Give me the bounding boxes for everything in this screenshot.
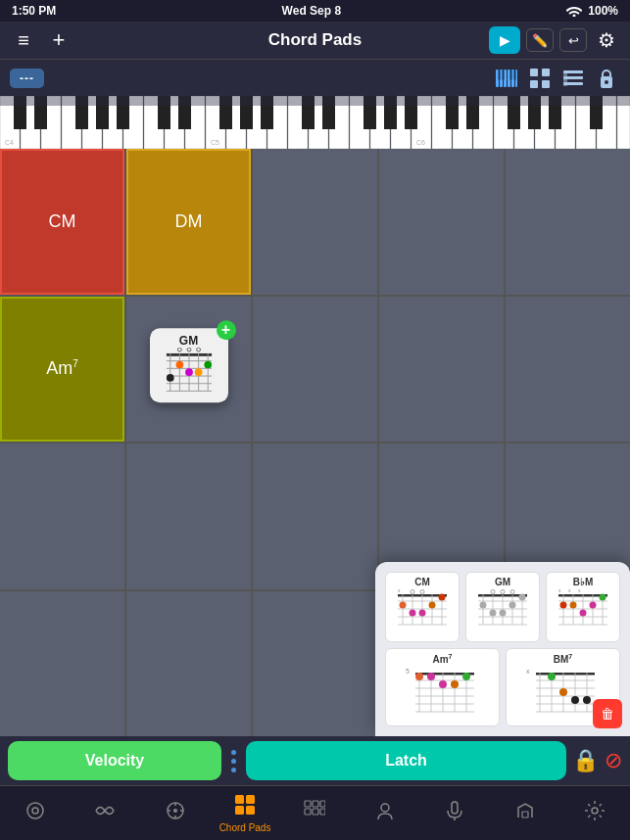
svg-point-128	[500, 609, 507, 616]
svg-point-88	[187, 348, 191, 351]
lock-button[interactable]: 🔒	[572, 748, 599, 773]
undo-button[interactable]: ↩	[559, 28, 587, 52]
nav-item-6[interactable]	[420, 800, 490, 826]
lock-toolbar-button[interactable]	[593, 65, 620, 92]
drag-handle[interactable]	[227, 750, 240, 772]
svg-point-164	[451, 680, 459, 688]
svg-point-127	[490, 609, 497, 616]
svg-point-200	[381, 804, 389, 812]
velocity-button[interactable]: Velocity	[8, 741, 221, 780]
svg-rect-195	[313, 801, 318, 807]
svg-rect-7	[503, 70, 505, 80]
edit-button[interactable]: ✏️	[526, 28, 554, 52]
nav-icon-0	[24, 800, 46, 826]
pad-am7[interactable]: Am7	[0, 297, 124, 443]
bottom-controls: Velocity Latch 🔒 ⊘	[0, 736, 630, 785]
pad-2-2[interactable]	[253, 443, 377, 589]
pad-dm[interactable]: DM	[126, 149, 251, 295]
pad-0-4[interactable]	[506, 149, 630, 295]
pad-2-0[interactable]	[0, 443, 124, 589]
svg-point-89	[196, 348, 200, 351]
nav-item-4[interactable]	[280, 800, 350, 826]
piano-svg: C4 C5 C6	[0, 96, 630, 149]
list-view-button[interactable]	[559, 65, 587, 92]
nav-item-2[interactable]	[140, 800, 210, 826]
latch-button[interactable]: Latch	[246, 741, 566, 780]
nav-icon-2	[165, 800, 186, 826]
add-chord-button[interactable]: +	[217, 320, 236, 340]
svg-text:x: x	[568, 589, 571, 593]
piano-keys[interactable]: C4 C5 C6	[0, 96, 630, 149]
overlay-am7-diagram: 5	[404, 667, 482, 718]
pad-3-0[interactable]	[0, 591, 124, 737]
pad-cm[interactable]: CM	[0, 149, 124, 295]
title-bar: ≡ + Chord Pads ▶ ✏️ ↩ ⚙	[0, 22, 630, 59]
svg-text:5: 5	[406, 668, 410, 675]
piano-view-button[interactable]	[493, 65, 520, 92]
toolbar: ---	[0, 59, 630, 96]
page-title: Chord Pads	[268, 30, 362, 50]
overlay-bbm-label: B♭M	[551, 577, 615, 587]
nav-item-settings[interactable]	[560, 800, 630, 826]
nav-bar: Chord Pads	[0, 785, 630, 840]
pad-3-2[interactable]	[253, 591, 377, 737]
pad-1-1-chord-card[interactable]: + GM	[126, 297, 251, 443]
svg-point-147	[590, 601, 597, 608]
svg-point-106	[411, 589, 414, 593]
svg-rect-75	[0, 96, 630, 106]
nav-item-5[interactable]	[350, 800, 419, 826]
nav-item-7[interactable]	[490, 800, 559, 826]
svg-point-123	[491, 589, 495, 593]
overlay-chord-gm[interactable]: GM	[465, 572, 540, 642]
chord-overlay-row1: CM x	[385, 572, 620, 642]
svg-point-181	[583, 696, 591, 704]
status-time: 1:50 PM	[12, 4, 56, 18]
pad-1-2[interactable]	[253, 297, 377, 443]
pad-0-2[interactable]	[253, 149, 377, 295]
svg-point-183	[32, 808, 38, 814]
dash-button[interactable]: ---	[10, 69, 44, 88]
svg-point-126	[480, 601, 487, 608]
settings-button[interactable]: ⚙	[593, 26, 620, 54]
mute-button[interactable]: ⊘	[605, 748, 622, 773]
svg-rect-201	[452, 802, 458, 814]
nav-item-0[interactable]	[0, 800, 70, 826]
add-button[interactable]: +	[45, 26, 73, 54]
delete-overlay-button[interactable]: 🗑	[593, 699, 622, 728]
overlay-chord-am7[interactable]: Am7 5	[385, 648, 500, 726]
pad-1-4[interactable]	[506, 297, 630, 443]
overlay-bm7-label: BM7	[510, 653, 615, 665]
nav-item-chord-pads[interactable]: Chord Pads	[210, 794, 279, 833]
nav-icon-1	[94, 800, 116, 826]
svg-point-182	[27, 803, 43, 818]
svg-point-130	[519, 593, 526, 600]
svg-text:x: x	[558, 589, 561, 593]
wifi-icon	[566, 5, 582, 17]
svg-rect-9	[514, 70, 516, 80]
dot-1	[231, 750, 236, 755]
pad-0-3[interactable]	[379, 149, 504, 295]
svg-point-165	[462, 673, 470, 680]
play-button[interactable]: ▶	[489, 26, 520, 54]
svg-rect-196	[320, 801, 325, 807]
svg-rect-13	[542, 80, 550, 88]
menu-button[interactable]: ≡	[10, 26, 37, 54]
pad-3-1[interactable]	[126, 591, 251, 737]
status-right: 100%	[566, 4, 618, 18]
svg-point-124	[501, 589, 505, 593]
svg-rect-12	[530, 80, 538, 88]
overlay-chord-bbm[interactable]: B♭M x x	[546, 572, 620, 642]
chord-overlay-panel: CM x	[375, 562, 630, 736]
chord-card-popup[interactable]: + GM	[150, 328, 228, 402]
pad-2-1[interactable]	[126, 443, 251, 589]
grid-view-button[interactable]	[526, 65, 554, 92]
svg-rect-203	[522, 812, 528, 817]
svg-point-145	[570, 601, 577, 608]
overlay-chord-cm[interactable]: CM x	[385, 572, 460, 642]
battery-level: 100%	[588, 4, 618, 18]
svg-point-179	[559, 688, 567, 696]
svg-rect-10	[530, 69, 538, 76]
pad-1-3[interactable]	[379, 297, 504, 443]
nav-item-1[interactable]	[70, 800, 139, 826]
svg-text:C4: C4	[5, 139, 14, 146]
